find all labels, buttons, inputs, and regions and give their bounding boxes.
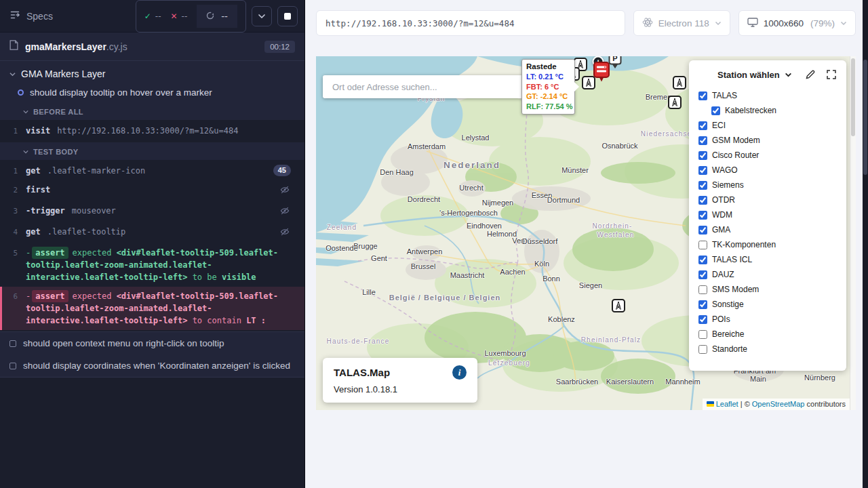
station-filter-gma[interactable]: GMA <box>698 222 837 237</box>
station-filter-cisco-router[interactable]: Cisco Router <box>698 148 837 163</box>
command-assert[interactable]: 5-assertexpected <div#leaflet-tooltip-50… <box>0 243 304 287</box>
command-trigger[interactable]: 3-triggermouseover <box>0 201 304 222</box>
version-box: TALAS.Map i Version 1.0.18.1 <box>323 358 477 403</box>
app-version: Version 1.0.18.1 <box>334 384 467 394</box>
passed-count: ✓-- <box>144 12 161 21</box>
failed-count: ✕-- <box>171 12 188 21</box>
pending-test-row[interactable]: should display coordinates when 'Koordin… <box>0 354 304 377</box>
stop-button[interactable] <box>277 6 298 26</box>
specs-menu-button[interactable]: Specs <box>9 9 53 22</box>
station-filter-sms-modem[interactable]: SMS Modem <box>698 282 837 297</box>
checkbox[interactable] <box>698 315 707 324</box>
openstreetmap-link[interactable]: OpenStreetMap <box>752 400 805 408</box>
station-marker[interactable] <box>673 76 687 93</box>
station-filter-otdr[interactable]: OTDR <box>698 192 837 207</box>
chevron-down-icon <box>715 18 722 28</box>
parking-marker[interactable]: P <box>608 56 622 72</box>
suite-title: GMA Markers Layer <box>21 68 105 79</box>
checkbox[interactable] <box>698 256 707 264</box>
command-method: -trigger <box>26 206 65 216</box>
chevron-down-icon[interactable] <box>785 71 792 79</box>
checkbox[interactable] <box>698 136 707 145</box>
command-number: 5 <box>0 247 26 260</box>
command-method: get <box>26 166 41 176</box>
station-panel-header: Station wählen <box>689 60 846 85</box>
checkbox[interactable] <box>698 166 707 175</box>
map-scrollbar-thumb[interactable] <box>851 58 855 136</box>
specs-sidebar-icon <box>9 9 20 22</box>
checkbox[interactable] <box>698 330 707 339</box>
checkbox[interactable] <box>698 241 707 249</box>
checkbox[interactable] <box>698 151 707 160</box>
failed-x-icon: ✕ <box>171 12 178 20</box>
command-assert[interactable]: 6-assertexpected <div#leaflet-tooltip-50… <box>0 287 304 330</box>
station-filter-talas-icl[interactable]: TALAS ICL <box>698 252 837 267</box>
station-marker[interactable] <box>668 96 682 113</box>
command-get[interactable]: 4get.leaflet-tooltip <box>0 222 304 243</box>
map-scrollbar[interactable] <box>850 56 856 410</box>
test-body-section[interactable]: TEST BODY <box>0 142 304 160</box>
element-count-badge: 45 <box>273 165 291 176</box>
spec-file-row[interactable]: gmaMarkersLayer.cy.js 00:12 <box>0 33 304 61</box>
reporter-header: Specs ✓-- ✕-- -- <box>0 0 304 33</box>
station-filter-wago[interactable]: WAGO <box>698 163 837 178</box>
station-filter-pois[interactable]: POIs <box>698 312 837 327</box>
station-filter-label: WAGO <box>712 165 738 175</box>
command-method: get <box>26 227 41 237</box>
page-scrollbar[interactable] <box>863 0 868 488</box>
command-get[interactable]: 1get.leaflet-marker-icon45 <box>0 161 304 181</box>
checkbox[interactable] <box>698 196 707 205</box>
command-first[interactable]: 2first <box>0 180 304 201</box>
station-filter-tk-komponenten[interactable]: TK-Komponenten <box>698 237 837 252</box>
station-filter-siemens[interactable]: Siemens <box>698 178 837 192</box>
station-filter-label: GMA <box>712 225 730 235</box>
checkbox[interactable] <box>698 211 707 220</box>
station-filter-kabelstrecken[interactable]: Kabelstrecken <box>711 103 837 118</box>
before-all-section[interactable]: BEFORE ALL <box>0 102 304 120</box>
station-filter-sonstige[interactable]: Sonstige <box>698 297 837 312</box>
checkbox[interactable] <box>698 121 707 130</box>
active-test-row[interactable]: should display tooltip on hover over a m… <box>0 83 304 102</box>
expand-fullscreen-icon[interactable] <box>826 69 837 80</box>
checkbox[interactable] <box>698 226 707 235</box>
monitor-icon <box>747 18 758 29</box>
station-filter-gsm-modem[interactable]: GSM Modem <box>698 133 837 148</box>
hidden-eye-icon <box>280 226 290 240</box>
station-filter-dauz[interactable]: DAUZ <box>698 267 837 282</box>
station-filter-standorte[interactable]: Standorte <box>698 342 837 357</box>
station-select-dropdown[interactable]: Station wählen <box>717 70 780 80</box>
viewport-selector[interactable]: 1000x660 (79%) <box>738 10 856 36</box>
checkbox[interactable] <box>698 345 707 354</box>
selected-station-marker[interactable] <box>593 62 610 85</box>
station-filter-bereiche[interactable]: Bereiche <box>698 327 837 342</box>
station-filter-wdm[interactable]: WDM <box>698 207 837 222</box>
suite-row[interactable]: GMA Markers Layer <box>0 61 304 83</box>
leaflet-link[interactable]: Leaflet <box>716 400 738 408</box>
command-visit[interactable]: 1visithttp://192.168.10.33:3000/?m=12&u=… <box>0 121 304 141</box>
pending-test-row[interactable]: should open context menu on right-click … <box>0 332 304 354</box>
checkbox[interactable] <box>698 181 707 190</box>
checkbox[interactable] <box>698 285 707 294</box>
collapse-all-button[interactable] <box>252 6 272 26</box>
checkbox[interactable] <box>698 92 707 100</box>
command-text: -assertexpected <div#leaflet-tooltip-509… <box>26 247 302 283</box>
edit-pencil-icon[interactable] <box>805 69 816 80</box>
section-caret-icon <box>23 108 28 116</box>
checkbox[interactable] <box>711 106 720 115</box>
url-bar[interactable]: http://192.168.10.33:3000/?m=12&u=484 <box>316 10 625 36</box>
station-filter-eci[interactable]: ECI <box>698 118 837 133</box>
checkbox[interactable] <box>698 270 707 279</box>
browser-selector[interactable]: Electron 118 <box>633 10 730 36</box>
leaflet-map[interactable]: LeeuwardenGroningenFryslânLelystadAmster… <box>316 56 856 410</box>
station-filter-talas[interactable]: TALAS <box>698 88 837 103</box>
station-marker[interactable] <box>612 299 626 316</box>
pending-tests-list: should open context menu on right-click … <box>0 331 304 377</box>
info-icon[interactable]: i <box>452 365 467 380</box>
page-scrollbar-thumb[interactable] <box>863 60 867 175</box>
command-text: get.leaflet-marker-icon <box>26 165 268 177</box>
command-number: 2 <box>0 184 26 197</box>
marker-tooltip: Rastede LT: 0.21 °CFBT: 6 °CGT: -2.14 °C… <box>521 59 575 115</box>
app-root: Specs ✓-- ✕-- -- gmaMarkersLayer.cy.js 0… <box>0 0 868 488</box>
checkbox[interactable] <box>698 300 707 309</box>
search-input[interactable] <box>331 81 518 93</box>
